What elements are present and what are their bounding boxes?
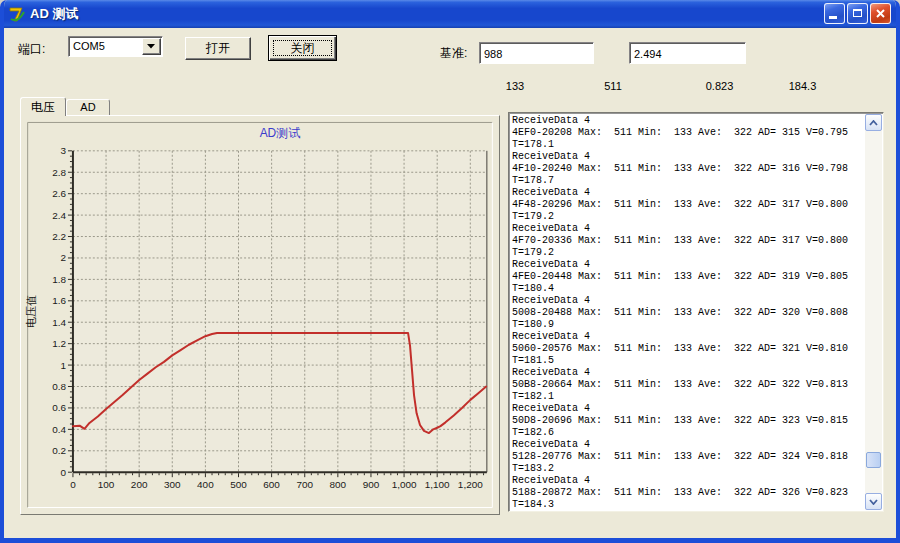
svg-text:1: 1	[60, 360, 66, 371]
baseline-label: 基准:	[440, 45, 467, 62]
receive-log: ReceiveData 44EF0-20208 Max: 511 Min: 13…	[512, 115, 863, 509]
log-line[interactable]: T=184.3	[512, 499, 863, 509]
log-line[interactable]: T=179.2	[512, 247, 863, 259]
svg-text:2: 2	[60, 252, 66, 263]
log-line[interactable]: 50D8-20696 Max: 511 Min: 133 Ave: 322 AD…	[512, 415, 863, 427]
log-line[interactable]: ReceiveData 4	[512, 403, 863, 415]
log-line[interactable]: ReceiveData 4	[512, 331, 863, 343]
receive-log-listbox[interactable]: ReceiveData 44EF0-20208 Max: 511 Min: 13…	[508, 112, 884, 512]
close-button[interactable]	[870, 3, 891, 24]
svg-text:1,200: 1,200	[458, 479, 483, 490]
svg-text:1.4: 1.4	[52, 317, 66, 328]
stat-max: 511	[593, 80, 633, 94]
svg-text:700: 700	[296, 479, 313, 490]
chevron-up-icon	[869, 120, 878, 126]
log-line[interactable]: 4F10-20240 Max: 511 Min: 133 Ave: 322 AD…	[512, 163, 863, 175]
window-title: AD 测试	[30, 0, 78, 27]
svg-text:500: 500	[230, 479, 247, 490]
client-area: 端口: COM5 打开 关闭 基准: 133 511 0.823 184.3 电…	[4, 28, 896, 538]
chart-title: AD测试	[260, 126, 301, 140]
svg-text:0: 0	[60, 467, 66, 478]
svg-text:1,000: 1,000	[392, 479, 417, 490]
open-button[interactable]: 打开	[185, 37, 251, 60]
title-bar[interactable]: AD 测试	[0, 0, 900, 28]
log-line[interactable]: T=180.4	[512, 283, 863, 295]
close-x-icon	[875, 8, 886, 19]
maximize-icon	[853, 9, 862, 17]
log-line[interactable]: 4F70-20336 Max: 511 Min: 133 Ave: 322 AD…	[512, 235, 863, 247]
log-line[interactable]: 5128-20776 Max: 511 Min: 133 Ave: 322 AD…	[512, 451, 863, 463]
log-line[interactable]: 5008-20488 Max: 511 Min: 133 Ave: 322 AD…	[512, 307, 863, 319]
close-port-button[interactable]: 关闭	[268, 35, 337, 61]
tab-ad[interactable]: AD	[66, 99, 110, 115]
svg-text:0.8: 0.8	[52, 381, 66, 392]
x-axis-labels: 01002003004005006007008009001,0001,1001,…	[70, 479, 483, 490]
log-line[interactable]: 50B8-20664 Max: 511 Min: 133 Ave: 322 AD…	[512, 379, 863, 391]
minimize-button[interactable]	[824, 3, 845, 24]
svg-text:0.6: 0.6	[52, 402, 66, 413]
svg-text:200: 200	[131, 479, 148, 490]
scroll-down-button[interactable]	[865, 493, 882, 510]
log-line[interactable]: ReceiveData 4	[512, 187, 863, 199]
tab-voltage[interactable]: 电压	[20, 97, 66, 116]
y-axis-title: 电压值	[25, 295, 37, 328]
svg-text:100: 100	[98, 479, 115, 490]
combobox-dropdown-button[interactable]	[142, 38, 161, 55]
window-controls	[824, 3, 891, 24]
log-line[interactable]: 4FE0-20448 Max: 511 Min: 133 Ave: 322 AD…	[512, 271, 863, 283]
log-line[interactable]: ReceiveData 4	[512, 151, 863, 163]
log-line[interactable]: T=179.2	[512, 211, 863, 223]
log-line[interactable]: ReceiveData 4	[512, 439, 863, 451]
baseline-v-input[interactable]	[629, 42, 746, 64]
log-line[interactable]: ReceiveData 4	[512, 295, 863, 307]
log-line[interactable]: 4F48-20296 Max: 511 Min: 133 Ave: 322 AD…	[512, 199, 863, 211]
log-line[interactable]: T=182.1	[512, 391, 863, 403]
port-combobox[interactable]: COM5	[68, 36, 163, 57]
log-line[interactable]: ReceiveData 4	[512, 115, 863, 127]
log-line[interactable]: 5188-20872 Max: 511 Min: 133 Ave: 322 AD…	[512, 487, 863, 499]
svg-text:1.2: 1.2	[52, 338, 66, 349]
log-line[interactable]: ReceiveData 4	[512, 475, 863, 487]
chevron-down-icon	[869, 499, 878, 505]
chevron-down-icon	[147, 44, 156, 49]
scrollbar-thumb[interactable]	[866, 452, 881, 468]
svg-text:2.6: 2.6	[52, 188, 66, 199]
log-line[interactable]: T=181.5	[512, 355, 863, 367]
log-line[interactable]: T=180.9	[512, 319, 863, 331]
log-scrollbar[interactable]	[865, 114, 882, 510]
svg-text:1.6: 1.6	[52, 295, 66, 306]
baseline-ad-input[interactable]	[479, 42, 594, 64]
svg-text:0: 0	[70, 479, 76, 490]
log-line[interactable]: 5060-20576 Max: 511 Min: 133 Ave: 322 AD…	[512, 343, 863, 355]
log-line[interactable]: ReceiveData 4	[512, 223, 863, 235]
svg-text:800: 800	[330, 479, 347, 490]
svg-text:300: 300	[164, 479, 181, 490]
svg-text:2.8: 2.8	[52, 167, 66, 178]
app-window: AD 测试 端口: COM5 打开 关闭 基准: 133 511	[0, 0, 900, 543]
log-line[interactable]: T=183.2	[512, 463, 863, 475]
port-combobox-value: COM5	[73, 40, 105, 52]
log-line[interactable]: ReceiveData 4	[512, 259, 863, 271]
log-line[interactable]: T=182.6	[512, 427, 863, 439]
maximize-button[interactable]	[847, 3, 868, 24]
log-line[interactable]: T=178.1	[512, 139, 863, 151]
svg-text:1,100: 1,100	[425, 479, 450, 490]
log-line[interactable]: T=178.7	[512, 175, 863, 187]
svg-text:3: 3	[60, 145, 66, 156]
plot-area	[73, 151, 487, 472]
svg-text:0.2: 0.2	[52, 445, 66, 456]
port-label: 端口:	[18, 41, 45, 58]
svg-text:0.4: 0.4	[52, 424, 66, 435]
log-line[interactable]: 4EF0-20208 Max: 511 Min: 133 Ave: 322 AD…	[512, 127, 863, 139]
svg-text:2.4: 2.4	[52, 210, 66, 221]
stat-voltage: 0.823	[697, 80, 742, 94]
voltage-chart: 01002003004005006007008009001,0001,1001,…	[21, 116, 499, 514]
svg-text:400: 400	[197, 479, 214, 490]
scroll-up-button[interactable]	[865, 114, 882, 131]
svg-text:2.2: 2.2	[52, 231, 66, 242]
svg-text:1.8: 1.8	[52, 274, 66, 285]
svg-text:900: 900	[363, 479, 380, 490]
minimize-icon	[829, 16, 837, 19]
y-axis-labels: 00.20.40.60.811.21.41.61.822.22.42.62.83	[52, 145, 66, 477]
log-line[interactable]: ReceiveData 4	[512, 367, 863, 379]
